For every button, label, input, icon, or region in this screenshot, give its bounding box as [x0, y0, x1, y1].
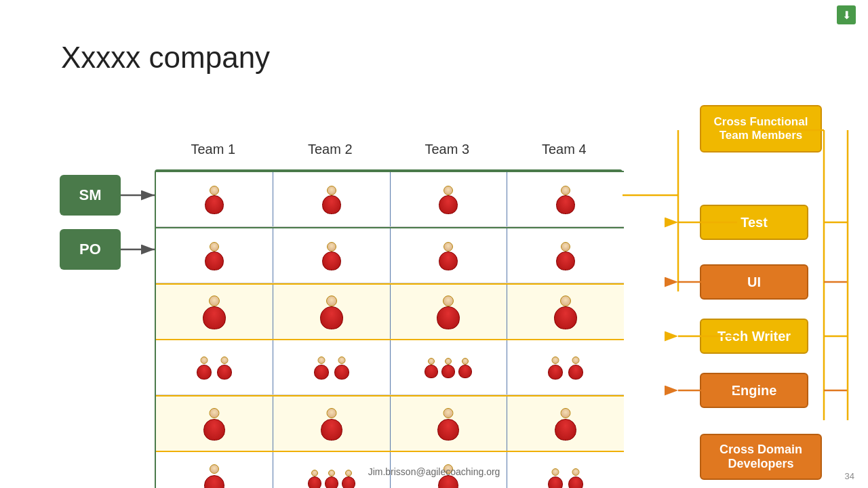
cell-r2-t4 [507, 228, 624, 283]
ui-box: UI [700, 264, 808, 300]
techwriter-box: Tech Writer [700, 319, 808, 354]
po-box: PO [60, 229, 121, 270]
cell-r4-t2 [273, 340, 391, 394]
three-persons-icon [423, 357, 473, 378]
two-persons-icon [312, 355, 351, 380]
grid-row-3 [156, 283, 624, 340]
footer-text: Jim.brisson@agilecoaching.org [368, 466, 500, 477]
main-grid [155, 169, 623, 488]
person-icon [553, 407, 578, 441]
two-persons-icon [195, 355, 234, 380]
person-icon [319, 407, 344, 441]
person-icon [437, 184, 460, 214]
grid-row-4 [156, 340, 624, 395]
person-icon [320, 184, 343, 214]
cross-functional-box: Cross Functional Team Members [700, 105, 822, 152]
team3-header: Team 3 [389, 139, 506, 160]
cell-r2-t3 [391, 228, 508, 283]
person-icon [203, 241, 226, 270]
cell-r1-t3 [391, 172, 508, 226]
download-icon[interactable]: ⬇ [837, 5, 856, 24]
cell-r3-t3 [391, 285, 508, 339]
cell-r6-t1 [156, 452, 273, 488]
person-icon [201, 407, 227, 441]
engine-box: Engine [700, 373, 808, 408]
crossdomain-box: Cross Domain Developers [700, 434, 822, 480]
grid-row-1 [156, 171, 624, 227]
three-persons-icon [307, 468, 357, 488]
person-icon [554, 184, 577, 214]
team2-header: Team 2 [272, 139, 389, 160]
person-icon [201, 294, 228, 329]
cell-r6-t4 [507, 452, 624, 488]
page-title: Xxxxx company [61, 41, 270, 75]
person-icon [318, 294, 345, 329]
cell-r1-t4 [507, 172, 624, 226]
test-box: Test [700, 205, 808, 240]
cell-r3-t1 [156, 285, 273, 339]
person-icon [203, 184, 226, 214]
cell-r2-t2 [273, 228, 391, 283]
cell-r5-t4 [507, 396, 624, 451]
cell-r5-t1 [156, 396, 273, 451]
sm-box: SM [60, 175, 121, 216]
cell-r4-t4 [507, 340, 624, 394]
person-icon [554, 241, 577, 270]
team4-header: Team 4 [506, 139, 623, 160]
cell-r5-t2 [273, 396, 391, 451]
person-icon [552, 294, 579, 329]
cell-r3-t2 [273, 285, 391, 339]
person-icon [435, 407, 461, 441]
team-headers: Team 1 Team 2 Team 3 Team 4 [155, 139, 623, 160]
two-persons-icon [546, 467, 585, 488]
grid-row-5 [156, 395, 624, 452]
cell-r4-t1 [156, 340, 273, 394]
cell-r1-t2 [273, 172, 391, 226]
team1-header: Team 1 [155, 139, 272, 160]
slide-number: 34 [845, 471, 854, 481]
two-persons-icon [546, 355, 585, 380]
person-icon [320, 241, 343, 270]
cell-r2-t1 [156, 228, 273, 283]
cell-r1-t1 [156, 172, 273, 226]
cell-r5-t3 [391, 396, 508, 451]
grid-row-2 [156, 227, 624, 283]
person-icon [202, 463, 226, 488]
cell-r3-t4 [507, 285, 624, 339]
person-icon [437, 241, 460, 270]
person-icon [435, 294, 462, 329]
cell-r4-t3 [391, 340, 508, 394]
